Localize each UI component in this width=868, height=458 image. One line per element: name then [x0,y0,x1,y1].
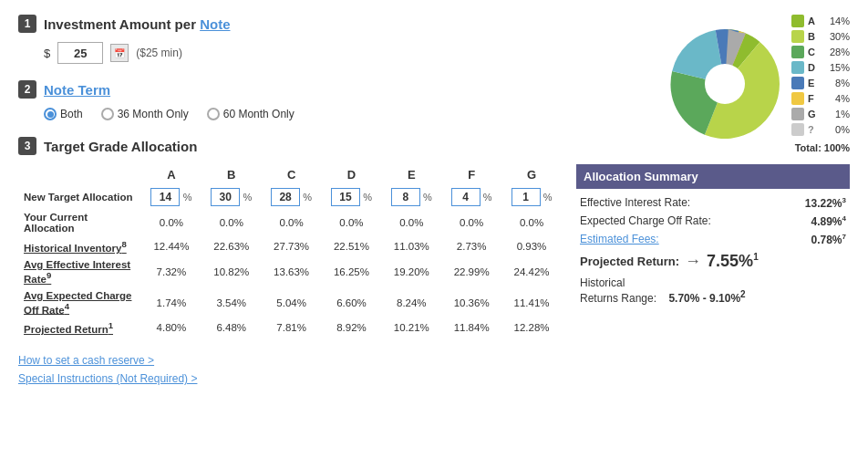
current-d: 0.0% [322,209,382,236]
th-b: B [202,164,262,185]
historical-range-value: 5.70% - 9.10%2 [668,292,745,305]
row-label-avg-interest[interactable]: Avg Effective Interest Rate9 [18,256,141,287]
choff-e: 8.24% [381,287,441,318]
choff-a: 1.74% [141,287,202,318]
table-header-row: A B C D E F G [18,164,562,185]
legend-c: C 28% [791,46,850,58]
proj-a: 4.80% [141,317,202,338]
calendar-icon[interactable]: 📅 [110,44,129,62]
projected-return-row: Projected Return: → 7.55%1 [580,252,846,271]
historical-row: HistoricalReturns Range: 5.70% - 9.10%2 [580,276,846,305]
hist-c: 27.73% [262,236,322,256]
th-e: E [381,164,441,185]
hist-b: 22.63% [202,236,262,256]
section3-header: 3 Target Grade Allocation [18,137,562,155]
legend-b: B 30% [791,30,850,43]
input-f[interactable] [451,188,480,206]
section-target-grade: 3 Target Grade Allocation A B C D E F G [18,137,562,338]
section-investment: 1 Investment Amount per Note $ 📅 ($25 mi… [18,15,562,64]
alloc-summary-header: Allocation Summary [576,164,850,189]
choff-f: 10.36% [441,287,501,318]
hist-d: 22.51% [322,236,382,256]
input-a[interactable] [150,188,180,206]
legend-e: E 8% [791,77,850,89]
legend-f: F 4% [791,92,850,105]
pie-area: A 14% B 30% C 28% D 15% [576,15,850,153]
avgint-a: 7.32% [141,256,202,287]
proj-d: 8.92% [322,317,382,338]
choff-d: 6.60% [322,287,382,318]
choff-c: 5.04% [262,287,322,318]
choff-g: 11.41% [501,287,562,318]
charge-off-label: Expected Charge Off Rate: [580,214,711,228]
special-instructions-link[interactable]: Special Instructions (Not Required) > [18,372,562,385]
projected-return-value: 7.55%1 [707,252,759,271]
choff-b: 3.54% [202,287,262,318]
input-d[interactable] [331,188,360,206]
legend-swatch-b [791,30,804,43]
hist-g: 0.93% [501,236,562,256]
radio-60month-circle[interactable] [207,108,220,120]
fees-row: Estimated Fees: 0.78%7 [580,233,846,246]
new-target-g: % [501,185,562,209]
radio-both-circle[interactable] [44,108,57,120]
input-g[interactable] [512,188,541,206]
legend-swatch-other [791,123,804,136]
investment-amount-input[interactable] [57,42,103,64]
th-g: G [501,164,562,185]
section1-title: Investment Amount per Note [44,16,230,32]
th-d: D [322,164,382,185]
row-label-current: Your Current Allocation [18,209,141,236]
legend-swatch-g [791,108,804,120]
proj-f: 11.84% [441,317,501,338]
radio-36month[interactable]: 36 Month Only [101,108,189,120]
new-target-a: % [141,185,202,209]
pie-svg [666,25,784,143]
note-link[interactable]: Note [200,16,230,32]
section-note-term: 2 Note Term Both 36 Month Only 60 Month [18,80,562,120]
section2-title: Note Term [44,82,110,98]
section1-header: 1 Investment Amount per Note [18,15,562,33]
row-label-historical[interactable]: Historical Inventory8 [18,236,141,256]
avgint-c: 13.63% [262,256,322,287]
new-target-e: % [381,185,441,209]
legend-area: A 14% B 30% C 28% D 15% [791,15,850,153]
proj-e: 10.21% [381,317,441,338]
radio-36month-label: 36 Month Only [118,108,189,120]
left-panel: 1 Investment Amount per Note $ 📅 ($25 mi… [18,15,562,443]
min-text: ($25 min) [136,47,182,59]
radio-both[interactable]: Both [44,108,83,120]
dollar-sign: $ [44,47,50,60]
table-row: Avg Expected Charge Off Rate4 1.74% 3.54… [18,287,562,318]
radio-60month[interactable]: 60 Month Only [207,108,294,120]
input-c[interactable] [271,188,300,206]
main-container: 1 Investment Amount per Note $ 📅 ($25 mi… [0,0,868,458]
th-a: A [141,164,202,185]
input-b[interactable] [211,188,240,206]
legend-other: ? 0% [791,123,850,136]
legend-swatch-d [791,61,804,74]
cash-reserve-link[interactable]: How to set a cash reserve > [18,354,562,367]
effective-rate-value: 13.22%3 [805,196,846,210]
note-term-link[interactable]: Note Term [44,82,110,98]
avgint-f: 22.99% [441,256,501,287]
alloc-summary-body: Effective Interest Rate: 13.22%3 Expecte… [576,189,850,312]
row-label-projected[interactable]: Projected Return1 [18,317,141,338]
current-g: 0.0% [501,209,562,236]
estimated-fees-link[interactable]: Estimated Fees: [580,233,659,246]
radio-both-label: Both [60,108,83,120]
radio-36month-circle[interactable] [101,108,114,120]
note-term-options: Both 36 Month Only 60 Month Only [44,108,562,120]
row-label-charge-off[interactable]: Avg Expected Charge Off Rate4 [18,287,141,318]
legend-swatch-c [791,46,804,58]
legend-d: D 15% [791,61,850,74]
new-target-f: % [441,185,501,209]
avgint-g: 24.42% [501,256,562,287]
hist-e: 11.03% [381,236,441,256]
section3-title: Target Grade Allocation [44,139,197,154]
current-a: 0.0% [141,209,202,236]
legend-swatch-e [791,77,804,89]
new-target-c: % [262,185,322,209]
current-e: 0.0% [381,209,441,236]
input-e[interactable] [391,188,420,206]
